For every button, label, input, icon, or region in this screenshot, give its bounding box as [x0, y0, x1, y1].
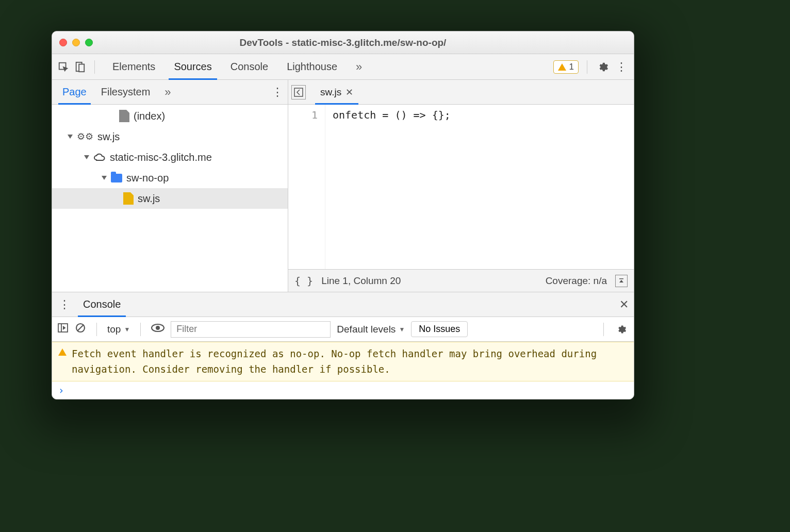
- separator: [603, 323, 604, 336]
- warning-message: Fetch event handler is recognized as no-…: [72, 346, 628, 377]
- issues-button[interactable]: No Issues: [411, 321, 468, 337]
- code-content[interactable]: onfetch = () => {};: [325, 105, 451, 269]
- tree-item-domain[interactable]: static-misc-3.glitch.me: [52, 147, 288, 168]
- cloud-icon: [93, 153, 106, 162]
- warning-count: 1: [569, 62, 574, 72]
- console-settings-button[interactable]: [614, 322, 629, 337]
- file-tree: (index) ⚙︎⚙︎ sw.js static-misc-3.glitch.…: [52, 105, 288, 292]
- close-tab-button[interactable]: ✕: [345, 87, 353, 98]
- gears-icon: ⚙︎⚙︎: [77, 131, 93, 142]
- editor-statusbar: { } Line 1, Column 20 Coverage: n/a: [288, 269, 634, 292]
- tab-elements[interactable]: Elements: [103, 54, 164, 79]
- tab-console[interactable]: Console: [221, 54, 277, 79]
- drawer-tab-console[interactable]: Console: [76, 292, 128, 317]
- console-toolbar: top ▼ Default levels ▼ No Issues: [52, 317, 634, 342]
- tab-lighthouse[interactable]: Lighthouse: [277, 54, 347, 79]
- chevron-down-icon: ▼: [399, 326, 405, 333]
- tree-label: static-misc-3.glitch.me: [110, 152, 212, 163]
- device-toggle-icon[interactable]: [74, 61, 86, 73]
- cursor-position: Line 1, Column 20: [321, 275, 401, 287]
- code-editor[interactable]: 1 onfetch = () => {};: [288, 105, 634, 269]
- sources-editor: sw.js ✕ 1 onfetch = () => {}; { } Line 1…: [288, 80, 634, 292]
- tree-label: sw.js: [97, 131, 120, 143]
- window-title: DevTools - static-misc-3.glitch.me/sw-no…: [52, 37, 634, 48]
- toggle-debugger-button[interactable]: [615, 275, 628, 287]
- navigator-tabs-overflow[interactable]: »: [157, 80, 178, 104]
- line-number: 1: [288, 109, 318, 121]
- toggle-navigator-button[interactable]: [291, 85, 306, 99]
- svg-rect-2: [79, 64, 84, 72]
- close-drawer-button[interactable]: ✕: [619, 298, 629, 311]
- js-file-icon: [123, 192, 134, 205]
- pretty-print-button[interactable]: { }: [294, 275, 313, 287]
- separator: [140, 323, 141, 336]
- tree-label: (index): [134, 110, 165, 122]
- console-warning-row[interactable]: Fetch event handler is recognized as no-…: [52, 342, 634, 381]
- drawer-more-button[interactable]: ⋮: [57, 297, 72, 312]
- tree-item-index[interactable]: (index): [52, 106, 288, 126]
- navigator-tab-page[interactable]: Page: [55, 80, 94, 104]
- warning-icon: [58, 348, 67, 356]
- console-filter-input[interactable]: [171, 321, 331, 338]
- show-console-sidebar-button[interactable]: [57, 322, 69, 336]
- svg-point-8: [156, 326, 160, 330]
- log-level-selector[interactable]: Default levels ▼: [337, 324, 405, 335]
- context-selector[interactable]: top ▼: [107, 324, 130, 335]
- tree-item-file-selected[interactable]: sw.js: [52, 188, 288, 209]
- console-output: Fetch event handler is recognized as no-…: [52, 342, 634, 399]
- svg-rect-3: [294, 88, 303, 96]
- expand-icon[interactable]: [102, 176, 107, 180]
- editor-tab-label: sw.js: [320, 87, 341, 98]
- tree-item-worker[interactable]: ⚙︎⚙︎ sw.js: [52, 126, 288, 147]
- separator: [96, 323, 97, 336]
- separator: [94, 60, 95, 74]
- inspect-element-icon[interactable]: [57, 61, 70, 73]
- tree-label: sw-no-op: [126, 172, 169, 184]
- line-gutter: 1: [288, 105, 325, 269]
- tab-sources[interactable]: Sources: [164, 54, 221, 79]
- live-expression-button[interactable]: [151, 323, 164, 335]
- tree-item-folder[interactable]: sw-no-op: [52, 168, 288, 188]
- devtools-window: DevTools - static-misc-3.glitch.me/sw-no…: [52, 31, 634, 400]
- more-menu-button[interactable]: ⋮: [614, 60, 629, 74]
- navigator-more-button[interactable]: ⋮: [270, 85, 285, 99]
- separator: [587, 60, 587, 74]
- expand-icon[interactable]: [84, 155, 89, 159]
- settings-button[interactable]: [596, 60, 610, 74]
- levels-label: Default levels: [337, 324, 396, 335]
- file-icon: [119, 110, 129, 122]
- clear-console-button[interactable]: [75, 322, 86, 336]
- titlebar: DevTools - static-misc-3.glitch.me/sw-no…: [52, 31, 634, 54]
- tree-label: sw.js: [138, 193, 160, 205]
- coverage-label: Coverage: n/a: [546, 275, 607, 287]
- navigator-tabs: Page Filesystem » ⋮: [52, 80, 288, 105]
- warnings-badge[interactable]: 1: [553, 60, 579, 74]
- console-drawer: ⋮ Console ✕ top ▼ Default levels: [52, 292, 634, 399]
- console-prompt[interactable]: ›: [52, 381, 634, 399]
- prompt-glyph: ›: [58, 385, 64, 396]
- main-toolbar: Elements Sources Console Lighthouse » 1 …: [52, 54, 634, 80]
- sources-navigator: Page Filesystem » ⋮ (index) ⚙︎⚙︎ sw.js: [52, 80, 288, 292]
- editor-tabs: sw.js ✕: [288, 80, 634, 105]
- drawer-tabs: ⋮ Console ✕: [52, 292, 634, 317]
- tabs-overflow[interactable]: »: [347, 54, 371, 79]
- context-label: top: [107, 324, 121, 335]
- expand-icon[interactable]: [68, 135, 73, 139]
- editor-tab-swjs[interactable]: sw.js ✕: [315, 80, 358, 104]
- navigator-tab-filesystem[interactable]: Filesystem: [94, 80, 158, 104]
- panel-tabs: Elements Sources Console Lighthouse »: [103, 54, 549, 79]
- folder-icon: [111, 174, 122, 182]
- warning-icon: [558, 63, 566, 71]
- chevron-down-icon: ▼: [124, 326, 130, 333]
- svg-rect-4: [619, 278, 623, 279]
- sources-panel: Page Filesystem » ⋮ (index) ⚙︎⚙︎ sw.js: [52, 80, 634, 292]
